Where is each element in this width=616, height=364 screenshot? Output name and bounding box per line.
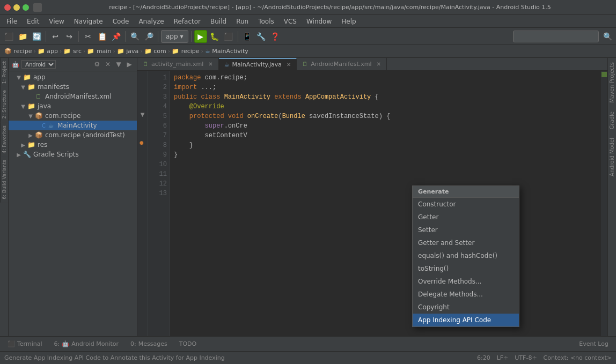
menu-item-copyright[interactable]: Copyright: [413, 301, 519, 314]
debug-btn[interactable]: 🐛: [208, 30, 221, 43]
minimize-button[interactable]: [13, 4, 20, 11]
menu-item-tostring[interactable]: toString(): [413, 262, 519, 275]
sidebar-header-icons: ⚙ ✕ ▼ ▶: [93, 60, 134, 69]
menu-tools[interactable]: Tools: [254, 17, 278, 26]
sep: ›: [33, 48, 35, 55]
c-icon: C: [42, 123, 46, 129]
replace-btn[interactable]: 🔎: [142, 30, 155, 43]
cut-btn[interactable]: ✂: [82, 30, 94, 43]
tree-item-androidmanifest[interactable]: 🗒 AndroidManifest.xml: [9, 92, 137, 101]
cursor-position[interactable]: 6:20: [477, 354, 490, 361]
maven-projects-tab[interactable]: Maven Projects: [607, 58, 616, 107]
find-btn[interactable]: 🔍: [128, 30, 141, 43]
new-project-btn[interactable]: ⬛: [2, 30, 15, 43]
code-line-3: import ...;: [174, 83, 603, 92]
tab-androidmanifest[interactable]: 🗒 AndroidManifest.xml ✕: [297, 58, 387, 70]
menu-analyze[interactable]: Analyze: [134, 17, 168, 26]
event-log-tab[interactable]: Event Log: [574, 338, 614, 350]
tree-item-androidtest[interactable]: ▶ 📦 com.recipe (androidTest): [9, 130, 137, 140]
tab-label: activity_main.xml: [151, 61, 203, 68]
maximize-button[interactable]: [23, 4, 29, 11]
side-label-project[interactable]: 1: Project: [0, 58, 8, 87]
menu-item-getter[interactable]: Getter: [413, 211, 519, 224]
tree-item-manifests[interactable]: ▼ 📁 manifests: [9, 82, 137, 92]
tree-item-app[interactable]: ▼ 📁 app: [9, 72, 137, 82]
terminal-tab[interactable]: ⬛ Terminal: [2, 338, 48, 350]
marker: [137, 71, 148, 80]
tree-arrow: ▼: [27, 113, 34, 119]
help-btn[interactable]: ❓: [269, 30, 282, 43]
side-label-structure[interactable]: 2: Structure: [0, 87, 8, 122]
sync-btn[interactable]: 🔄: [30, 30, 43, 43]
menu-navigate[interactable]: Navigate: [70, 17, 107, 26]
menu-code[interactable]: Code: [108, 17, 134, 26]
collapse-icon[interactable]: ▼: [114, 60, 123, 69]
breadcrumb-mainactivity[interactable]: ☕ MainActivity: [205, 48, 248, 55]
sidebar-view-selector[interactable]: Android Project: [21, 60, 56, 69]
menu-item-app-indexing[interactable]: App Indexing API Code: [413, 314, 519, 326]
menu-vcs[interactable]: VCS: [280, 17, 301, 26]
close-button[interactable]: [4, 4, 11, 11]
menu-item-override[interactable]: Override Methods...: [413, 275, 519, 288]
menu-refactor[interactable]: Refactor: [170, 17, 205, 26]
todo-tab[interactable]: TODO: [174, 338, 202, 350]
menu-item-getter-setter[interactable]: Getter and Setter: [413, 236, 519, 249]
messages-tab[interactable]: 0: Messages: [125, 338, 173, 350]
breadcrumb-src[interactable]: 📁 src: [63, 48, 82, 55]
breadcrumb-recipe[interactable]: 📦 recipe: [4, 48, 32, 55]
traffic-lights[interactable]: [4, 4, 29, 11]
tab-close-icon[interactable]: ✕: [287, 62, 291, 68]
search-input[interactable]: [513, 31, 599, 42]
code-line-8: protected void onCreate(Bundle savedInst…: [174, 112, 603, 121]
tree-item-java[interactable]: ▼ 📁 java: [9, 101, 137, 111]
breadcrumb-app[interactable]: 📁 app: [38, 48, 58, 55]
gradle-tab[interactable]: Gradle: [607, 107, 616, 133]
package-icon: 📦: [34, 131, 43, 139]
breadcrumb-recipe2[interactable]: 📁 recipe: [172, 48, 199, 55]
tab-activity-main[interactable]: 🗒 activity_main.xml ✕: [137, 58, 219, 70]
android-monitor-tab[interactable]: 6: 🤖 Android Monitor: [49, 338, 124, 350]
android-model-tab[interactable]: Android Model: [607, 133, 616, 181]
redo-btn[interactable]: ↪: [63, 30, 76, 43]
avd-btn[interactable]: 📱: [241, 30, 254, 43]
side-label-build[interactable]: 6: Build Variants: [0, 157, 8, 203]
menu-item-delegate[interactable]: Delegate Methods...: [413, 288, 519, 301]
line-ending[interactable]: LF÷: [497, 354, 509, 361]
breadcrumb-main[interactable]: 📁 main: [87, 48, 111, 55]
sdk-btn[interactable]: 🔧: [255, 30, 268, 43]
side-label-favorites[interactable]: 4: Favorites: [0, 122, 8, 157]
search-icon[interactable]: 🔍: [601, 30, 614, 43]
stop-btn[interactable]: ⬛: [222, 30, 235, 43]
marker: [137, 177, 148, 187]
close-sidebar-icon[interactable]: ✕: [104, 60, 112, 69]
tab-close-icon[interactable]: ✕: [377, 61, 381, 67]
open-btn[interactable]: 📁: [16, 30, 29, 43]
tab-close-icon[interactable]: ✕: [208, 61, 212, 67]
copy-btn[interactable]: 📋: [96, 30, 108, 43]
app-selector[interactable]: app ▾: [161, 30, 188, 43]
breadcrumb-com[interactable]: 📁 com: [144, 48, 166, 55]
tree-item-res[interactable]: ▶ 📁 res: [9, 140, 137, 150]
menu-item-setter[interactable]: Setter: [413, 224, 519, 236]
menu-window[interactable]: Window: [302, 17, 336, 26]
breadcrumb-java[interactable]: 📁 java: [117, 48, 139, 55]
gear-icon[interactable]: ⚙: [93, 60, 101, 69]
encoding[interactable]: UTF-8÷: [515, 354, 537, 361]
menu-edit[interactable]: Edit: [23, 17, 43, 26]
menu-file[interactable]: File: [2, 17, 21, 26]
tree-item-com-recipe[interactable]: ▼ 📦 com.recipe: [9, 111, 137, 121]
paste-btn[interactable]: 📌: [109, 30, 122, 43]
menu-run[interactable]: Run: [232, 17, 253, 26]
undo-btn[interactable]: ↩: [49, 30, 62, 43]
run-button[interactable]: ▶: [194, 30, 207, 43]
menu-help[interactable]: Help: [337, 17, 360, 26]
menu-item-equals-hashcode[interactable]: equals() and hashCode(): [413, 249, 519, 262]
expand-icon[interactable]: ▶: [125, 60, 134, 69]
tab-mainactivity[interactable]: ☕ MainActivity.java ✕: [219, 58, 297, 70]
menu-build[interactable]: Build: [206, 17, 231, 26]
code-content[interactable]: package com.recipe; import ...; public c…: [170, 71, 607, 336]
menu-item-constructor[interactable]: Constructor: [413, 198, 519, 211]
menu-view[interactable]: View: [45, 17, 68, 26]
tree-item-mainactivity[interactable]: C ☕ MainActivity: [9, 121, 137, 130]
tree-item-gradle[interactable]: ▶ 🔧 Gradle Scripts: [9, 150, 137, 159]
